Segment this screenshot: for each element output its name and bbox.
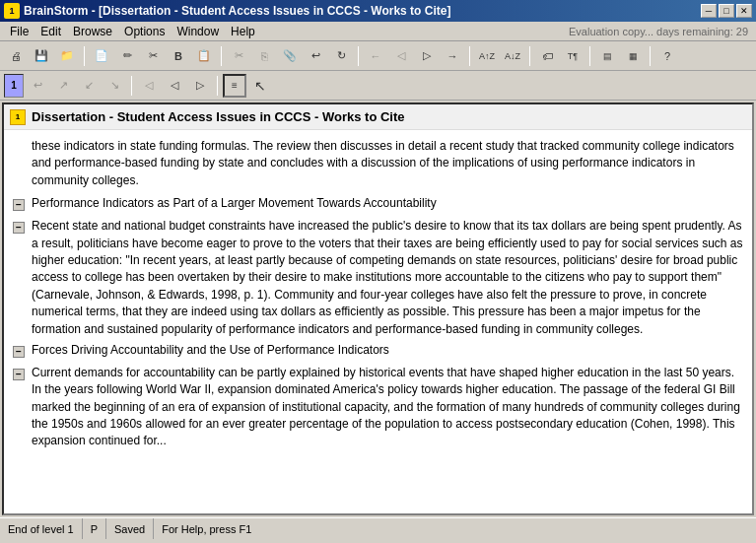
next2-button[interactable]: ▷ <box>188 74 212 98</box>
collapse2-button[interactable]: ↘ <box>103 74 126 98</box>
back-button[interactable]: ↩ <box>26 74 49 98</box>
document-icon: 1 <box>10 109 26 125</box>
minimize-button[interactable]: ─ <box>701 4 717 18</box>
undo-button[interactable]: ↩ <box>304 44 327 68</box>
eval-notice: Evaluation copy... days remaining: 29 <box>569 26 752 37</box>
text-button[interactable]: T¶ <box>561 44 584 68</box>
app-icon: 1 <box>4 3 20 19</box>
menu-window[interactable]: Window <box>171 23 225 40</box>
toolbar-sep-1 <box>84 46 85 66</box>
menu-browse[interactable]: Browse <box>67 23 118 40</box>
next-button[interactable]: ▷ <box>415 44 439 68</box>
redo-button[interactable]: ↻ <box>329 44 353 68</box>
cursor-button[interactable]: ↖ <box>248 74 272 98</box>
toolbar2-sep-1 <box>131 76 132 96</box>
tag-button[interactable]: 🏷 <box>535 44 559 68</box>
main-content-area: 1 Dissertation - Student Access Issues i… <box>2 102 754 515</box>
body-2-text: Current demands for accountability can b… <box>32 365 746 450</box>
title-bar-controls[interactable]: ─ □ ✕ <box>701 4 752 18</box>
copy-button[interactable]: ⎘ <box>252 44 276 68</box>
menu-bar: File Edit Browse Options Window Help Eva… <box>0 22 756 41</box>
level-button[interactable]: 1 <box>4 74 24 98</box>
right-button[interactable]: → <box>441 44 464 68</box>
title-bar-left: 1 BrainStorm - [Dissertation - Student A… <box>4 3 450 19</box>
status-help: For Help, press F1 <box>154 518 259 539</box>
menu-options[interactable]: Options <box>118 23 171 40</box>
help-toolbar-button[interactable]: ? <box>655 44 679 68</box>
save-button[interactable]: 💾 <box>30 44 53 68</box>
edit-button[interactable]: ✏ <box>115 44 139 68</box>
content-scroll[interactable]: these indicators in state funding formul… <box>4 130 752 513</box>
section-body-1: − Recent state and national budget const… <box>4 216 752 340</box>
section-heading-1: − Performance Indicators as Part of a La… <box>4 193 752 216</box>
expand-button[interactable]: ↗ <box>51 74 75 98</box>
minus-button-2[interactable]: − <box>13 222 25 234</box>
sort-asc-button[interactable]: A↑Z <box>475 44 499 68</box>
title-bar: 1 BrainStorm - [Dissertation - Student A… <box>0 0 756 22</box>
prev-button[interactable]: ◁ <box>389 44 413 68</box>
outline-button[interactable]: ≡ <box>223 74 246 98</box>
print-button[interactable]: 🖨 <box>4 44 28 68</box>
document-header: 1 Dissertation - Student Access Issues i… <box>4 104 752 130</box>
collapse-icon-1[interactable]: − <box>10 196 28 214</box>
intro-paragraph: these indicators in state funding formul… <box>4 134 752 193</box>
collapse-button[interactable]: ↙ <box>77 74 101 98</box>
scissors-button[interactable]: ✂ <box>141 44 165 68</box>
heading-2-text: Forces Driving Accountability and the Us… <box>32 342 389 359</box>
menu-edit[interactable]: Edit <box>34 23 67 40</box>
toolbar2-sep-2 <box>217 76 218 96</box>
section-body-2: − Current demands for accountability can… <box>4 363 752 452</box>
heading-1-text: Performance Indicators as Part of a Larg… <box>32 195 437 212</box>
clip-button[interactable]: 📎 <box>278 44 302 68</box>
window-title: BrainStorm - [Dissertation - Student Acc… <box>24 4 450 18</box>
bold-button[interactable]: B <box>167 44 190 68</box>
status-saved: Saved <box>106 518 154 539</box>
sort-desc-button[interactable]: A↓Z <box>501 44 524 68</box>
document-title: Dissertation - Student Access Issues in … <box>32 109 405 124</box>
close-button[interactable]: ✕ <box>736 4 752 18</box>
minus-button-3[interactable]: − <box>13 346 25 358</box>
section-heading-2: − Forces Driving Accountability and the … <box>4 340 752 363</box>
status-bar: End of level 1 P Saved For Help, press F… <box>0 517 756 539</box>
menu-help[interactable]: Help <box>225 23 261 40</box>
collapse-icon-3[interactable]: − <box>10 343 28 361</box>
collapse-icon-2[interactable]: − <box>10 219 28 237</box>
promote-button[interactable]: ◁ <box>137 74 161 98</box>
prev2-button[interactable]: ◁ <box>163 74 186 98</box>
paste-button[interactable]: 📋 <box>192 44 216 68</box>
new-button[interactable]: 📄 <box>90 44 113 68</box>
minus-button-1[interactable]: − <box>13 199 25 211</box>
toolbar-sep-6 <box>589 46 590 66</box>
toolbar-sep-4 <box>469 46 470 66</box>
view-button[interactable]: ▤ <box>595 44 619 68</box>
status-paragraph: P <box>83 518 106 539</box>
grid-button[interactable]: ▦ <box>621 44 645 68</box>
left-button[interactable]: ← <box>364 44 387 68</box>
open-button[interactable]: 📁 <box>55 44 79 68</box>
toolbar-sep-5 <box>529 46 530 66</box>
minus-button-4[interactable]: − <box>13 369 25 380</box>
toolbar-sep-7 <box>650 46 651 66</box>
status-end-of-level: End of level 1 <box>0 518 83 539</box>
toolbar-1: 🖨 💾 📁 📄 ✏ ✂ B 📋 ✂ ⎘ 📎 ↩ ↻ ← ◁ ▷ → A↑Z A↓… <box>0 41 756 71</box>
body-1-text: Recent state and national budget constra… <box>32 218 746 338</box>
menu-file[interactable]: File <box>4 23 34 40</box>
maximize-button[interactable]: □ <box>719 4 734 18</box>
cut-button[interactable]: ✂ <box>227 44 250 68</box>
collapse-icon-4[interactable]: − <box>10 366 28 383</box>
toolbar-sep-2 <box>221 46 222 66</box>
toolbar-2: 1 ↩ ↗ ↙ ↘ ◁ ◁ ▷ ≡ ↖ <box>0 71 756 101</box>
toolbar-sep-3 <box>358 46 359 66</box>
